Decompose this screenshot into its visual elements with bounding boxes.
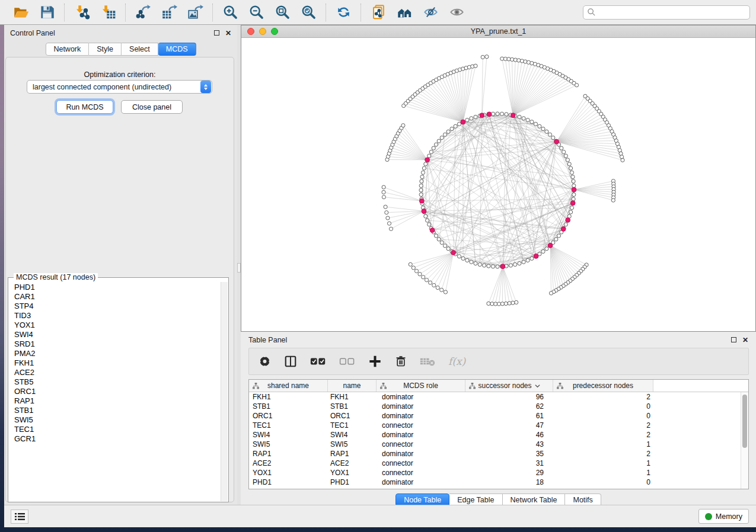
table-cell-predecessor-nodes[interactable]: 1	[553, 469, 653, 477]
export-image-icon[interactable]	[185, 3, 205, 22]
table-cell-predecessor-nodes[interactable]: 0	[553, 478, 653, 486]
show-all-icon[interactable]	[446, 3, 467, 22]
table-row[interactable]: SWI5SWI5connector431	[249, 440, 748, 449]
mcds-result-item[interactable]: GCR1	[14, 434, 220, 444]
mcds-result-item[interactable]: TEC1	[14, 425, 220, 434]
table-cell-shared-name[interactable]: PHD1	[249, 478, 328, 486]
table-cell-predecessor-nodes[interactable]: 1	[553, 459, 653, 467]
table-cell-successor-nodes[interactable]: 96	[465, 393, 553, 401]
refresh-layout-icon[interactable]	[333, 3, 353, 22]
tab-select[interactable]: Select	[122, 43, 158, 56]
table-cell-predecessor-nodes[interactable]: 1	[553, 440, 653, 448]
tab-network[interactable]: Network	[45, 43, 89, 56]
memory-button[interactable]: Memory	[698, 509, 749, 524]
table-row[interactable]: SWI4SWI4dominator462	[249, 430, 748, 440]
table-cell-mcds-role[interactable]: dominator	[377, 402, 465, 411]
table-cell-name[interactable]: ACE2	[328, 459, 377, 467]
import-network-icon[interactable]	[72, 3, 92, 22]
table-cell-predecessor-nodes[interactable]: 2	[553, 450, 653, 458]
column-header-name[interactable]: name	[328, 380, 377, 392]
optimization-criterion-select[interactable]: largest connected component (undirected)	[27, 80, 212, 94]
table-row[interactable]: YOX1YOX1connector291	[249, 468, 748, 477]
column-header-predecessor-nodes[interactable]: predecessor nodes	[553, 380, 653, 392]
table-cell-name[interactable]: PHD1	[328, 478, 377, 486]
settings-gear-icon[interactable]	[259, 355, 271, 368]
table-cell-successor-nodes[interactable]: 35	[465, 450, 553, 458]
mcds-result-item[interactable]: ACE2	[14, 368, 220, 377]
tab-style[interactable]: Style	[89, 43, 122, 56]
column-header-mcds-role[interactable]: MCDS role	[377, 380, 465, 392]
select-all-icon[interactable]	[310, 355, 326, 368]
run-mcds-button[interactable]: Run MCDS	[56, 100, 113, 114]
table-row[interactable]: TEC1TEC1connector472	[249, 421, 748, 430]
table-cell-shared-name[interactable]: RAP1	[249, 450, 328, 458]
table-cell-mcds-role[interactable]: dominator	[377, 412, 465, 420]
mcds-result-item[interactable]: STB5	[14, 377, 220, 387]
open-file-icon[interactable]	[11, 3, 31, 22]
close-panel-button[interactable]: Close panel	[121, 100, 183, 114]
table-cell-predecessor-nodes[interactable]: 0	[553, 402, 653, 411]
table-cell-mcds-role[interactable]: connector	[377, 421, 465, 430]
mcds-result-item[interactable]: YOX1	[14, 321, 220, 330]
table-cell-mcds-role[interactable]: connector	[377, 440, 465, 448]
table-cell-shared-name[interactable]: SWI5	[249, 440, 328, 448]
export-network-icon[interactable]	[133, 3, 153, 22]
network-canvas-svg[interactable]	[241, 38, 755, 331]
table-cell-name[interactable]: FKH1	[328, 393, 377, 401]
mcds-result-item[interactable]: CAR1	[14, 292, 220, 302]
table-cell-name[interactable]: SWI4	[328, 431, 377, 439]
mcds-result-item[interactable]: SWI5	[14, 415, 220, 425]
table-cell-predecessor-nodes[interactable]: 2	[553, 393, 653, 401]
mcds-result-item[interactable]: PHD1	[14, 283, 220, 292]
add-column-icon[interactable]	[368, 355, 382, 368]
float-panel-icon[interactable]	[214, 30, 219, 36]
table-row[interactable]: FKH1FKH1dominator962	[249, 392, 748, 402]
table-cell-mcds-role[interactable]: dominator	[377, 450, 465, 458]
zoom-out-icon[interactable]	[246, 3, 266, 22]
zoom-fit-icon[interactable]	[272, 3, 292, 22]
table-cell-successor-nodes[interactable]: 43	[465, 440, 553, 448]
table-cell-name[interactable]: ORC1	[328, 412, 377, 420]
mcds-result-item[interactable]: SWI4	[14, 330, 220, 339]
first-neighbors-icon[interactable]	[394, 3, 414, 22]
mcds-result-item[interactable]: TID3	[14, 311, 220, 321]
mcds-list-scrollbar[interactable]	[221, 282, 228, 501]
table-cell-mcds-role[interactable]: connector	[377, 469, 465, 477]
table-cell-name[interactable]: RAP1	[328, 450, 377, 458]
mcds-result-item[interactable]: SRD1	[14, 339, 220, 349]
table-cell-mcds-role[interactable]: dominator	[377, 478, 465, 486]
delete-column-icon[interactable]	[395, 355, 407, 368]
table-row[interactable]: STB1STB1dominator620	[249, 402, 748, 411]
mcds-result-item[interactable]: PMA2	[14, 349, 220, 358]
mcds-result-item[interactable]: RAP1	[14, 396, 220, 406]
new-network-from-selection-icon[interactable]	[368, 3, 388, 22]
table-row[interactable]: RAP1RAP1dominator352	[249, 449, 748, 459]
table-row[interactable]: ORC1ORC1dominator610	[249, 411, 748, 421]
table-scrollbar-thumb[interactable]	[742, 395, 747, 448]
table-cell-predecessor-nodes[interactable]: 2	[553, 431, 653, 439]
mcds-result-item[interactable]: FKH1	[14, 358, 220, 368]
mcds-result-item[interactable]: ORC1	[14, 387, 220, 396]
column-header-successor-nodes[interactable]: successor nodes	[465, 380, 553, 392]
zoom-in-icon[interactable]	[220, 3, 240, 22]
table-cell-predecessor-nodes[interactable]: 2	[553, 421, 653, 430]
export-table-icon[interactable]	[159, 3, 179, 22]
table-cell-successor-nodes[interactable]: 31	[465, 459, 553, 467]
table-scrollbar[interactable]	[741, 392, 748, 489]
hide-selected-icon[interactable]	[420, 3, 441, 22]
table-cell-successor-nodes[interactable]: 62	[465, 402, 553, 411]
table-cell-shared-name[interactable]: ORC1	[249, 412, 328, 420]
search-input[interactable]	[596, 8, 746, 17]
mcds-result-item[interactable]: STB1	[14, 406, 220, 415]
zoom-selected-icon[interactable]	[298, 3, 318, 22]
table-cell-successor-nodes[interactable]: 29	[465, 469, 553, 477]
table-cell-shared-name[interactable]: ACE2	[249, 459, 328, 467]
table-cell-name[interactable]: SWI5	[328, 440, 377, 448]
table-cell-name[interactable]: YOX1	[328, 469, 377, 477]
column-header-shared-name[interactable]: shared name	[249, 380, 328, 392]
table-cell-mcds-role[interactable]: dominator	[377, 431, 465, 439]
table-cell-shared-name[interactable]: SWI4	[249, 431, 328, 439]
table-cell-successor-nodes[interactable]: 61	[465, 412, 553, 420]
table-cell-shared-name[interactable]: FKH1	[249, 393, 328, 401]
delete-table-icon[interactable]	[420, 355, 435, 368]
